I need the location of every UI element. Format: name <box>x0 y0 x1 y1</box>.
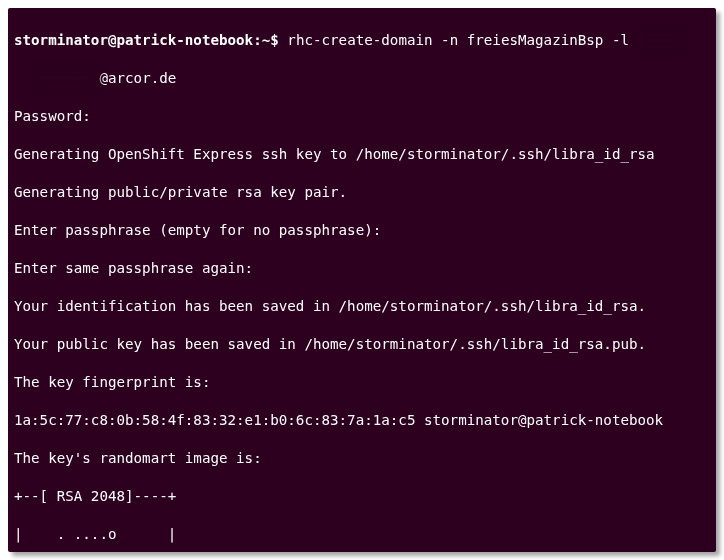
redacted-email-local: xxxxxxxx <box>31 69 99 88</box>
terminal-window: storminator@patrick-notebook:~$ rhc-crea… <box>8 8 716 552</box>
output-line: Your public key has been saved in /home/… <box>14 335 710 354</box>
output-line: Password: <box>14 107 710 126</box>
output-line: Generating OpenShift Express ssh key to … <box>14 145 710 164</box>
output-line: The key's randomart image is: <box>14 449 710 468</box>
output-line: Enter passphrase (empty for no passphras… <box>14 221 710 240</box>
email-prefix <box>14 70 31 86</box>
redacted-username: xxxxx <box>638 31 681 50</box>
email-domain: @arcor.de <box>99 70 176 86</box>
randomart-line: +--[ RSA 2048]----+ <box>14 487 710 506</box>
terminal-content[interactable]: storminator@patrick-notebook:~$ rhc-crea… <box>8 8 716 552</box>
command-text: rhc-create-domain -n freiesMagazinBsp -l <box>287 32 637 48</box>
prompt-line-2: xxxxxxxx@arcor.de <box>14 69 710 88</box>
randomart-line: | . ....o | <box>14 525 710 544</box>
prompt-line-1: storminator@patrick-notebook:~$ rhc-crea… <box>14 31 710 50</box>
output-line: The key fingerprint is: <box>14 373 710 392</box>
prompt-userhost: storminator@patrick-notebook <box>14 32 253 48</box>
output-line: Generating public/private rsa key pair. <box>14 183 710 202</box>
output-line: Enter same passphrase again: <box>14 259 710 278</box>
output-line: Your identification has been saved in /h… <box>14 297 710 316</box>
prompt-path: :~$ <box>253 32 279 48</box>
output-line: 1a:5c:77:c8:0b:58:4f:83:32:e1:b0:6c:83:7… <box>14 411 710 430</box>
